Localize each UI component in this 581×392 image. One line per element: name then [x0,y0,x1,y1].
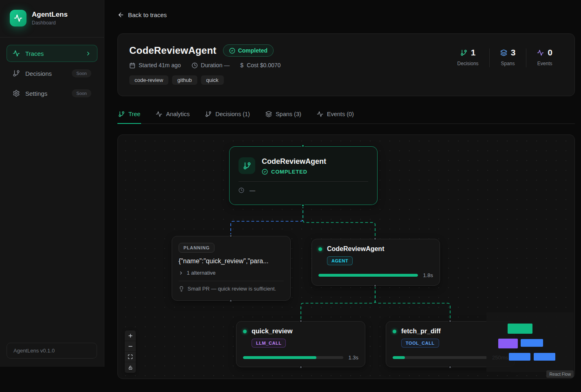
tab-spans[interactable]: Spans (3) [265,106,302,124]
span-kind-badge: TOOL_CALL [401,339,439,348]
chevron-right-icon [179,271,183,275]
main-content: Back to traces CodeReviewAgent Completed… [104,0,581,18]
app-version: AgentLens v0.1.0 [7,343,97,359]
nav-label: Settings [25,90,47,97]
duration-bar-track [243,356,343,359]
sidebar-nav: Traces Decisions Soon Settings Soon [0,37,104,109]
stat-spans: 3 Spans [490,48,526,66]
unlock-icon [128,365,133,370]
span-duration: 1.3s [348,355,358,361]
stat-decisions: 1 Decisions [447,48,489,66]
minimap-node-decision [498,339,518,348]
decision-content: {"name":"quick_review","para... [179,258,284,265]
node-handle[interactable] [301,204,305,207]
node-title: CodeReviewAgent [262,157,326,166]
check-circle-icon [262,169,268,175]
calendar-icon [129,62,135,68]
activity-icon [156,111,162,117]
agent-icon-box [239,157,255,174]
arrow-left-icon [117,11,124,18]
status-badge: Completed [223,44,274,57]
node-title: CodeReviewAgent [327,245,384,253]
tag: quick [201,75,224,85]
span-duration: 1.8s [423,272,433,278]
duration-bar-fill [393,356,405,359]
trace-meta: Started 41m ago Duration — $ Cost $0.007… [129,62,281,68]
duration-bar-fill [318,274,418,277]
node-handle[interactable] [448,366,452,369]
node-handle[interactable] [299,366,303,369]
minimap-node-root [508,324,532,334]
lock-button[interactable] [125,362,136,373]
node-status: COMPLETED [262,169,326,175]
minimap-node-agent [521,339,543,347]
fit-view-icon [128,354,133,359]
dollar-icon: $ [240,62,243,68]
git-branch-icon [205,111,212,117]
layers-icon [265,111,272,117]
layers-icon [500,49,507,56]
decision-type-badge: PLANNING [179,243,214,253]
tab-analytics[interactable]: Analytics [155,106,190,124]
status-dot [393,330,396,333]
flow-minimap[interactable] [486,312,574,372]
sidebar-item-settings[interactable]: Settings Soon [7,85,97,102]
brand: AgentLens Dashboard [0,0,104,37]
sidebar-item-traces[interactable]: Traces [7,45,97,62]
plus-icon [128,333,133,339]
node-title: fetch_pr_diff [401,328,441,335]
node-handle[interactable] [373,237,377,240]
flow-node-decision[interactable]: PLANNING {"name":"quick_review","para...… [172,236,291,301]
git-branch-icon [118,111,125,117]
zoom-out-button[interactable] [125,341,136,352]
duration-bar-fill [243,356,316,359]
node-title: quick_review [252,328,293,335]
node-divider [179,281,284,281]
alternatives-toggle[interactable]: 1 alternative [179,270,284,276]
sidebar-item-decisions[interactable]: Decisions Soon [7,65,97,82]
node-duration: — [250,187,255,194]
cost-meta: $ Cost $0.0070 [240,62,281,68]
decision-rationale: Small PR — quick review is sufficient. [179,286,284,292]
flow-node-llm-span[interactable]: quick_review LLM_CALL 1.3s [236,321,365,367]
activity-icon [13,50,20,57]
soon-badge: Soon [72,69,91,77]
node-handle[interactable] [448,319,452,323]
node-handle[interactable] [229,299,232,302]
flow-canvas[interactable]: CodeReviewAgent COMPLETED — PLANNING {"n… [117,134,575,379]
node-handle[interactable] [229,234,232,238]
tab-tree[interactable]: Tree [117,106,141,124]
node-handle[interactable] [301,144,305,148]
sidebar: AgentLens Dashboard Traces Decisions Soo… [0,0,104,367]
react-flow-attribution[interactable]: React Flow [546,370,574,378]
duration-bar-track [393,356,487,359]
stat-events: 0 Events [526,48,563,66]
tab-events[interactable]: Events (0) [316,106,355,124]
minimap-node-tool [534,353,555,361]
zoom-in-button[interactable] [125,330,136,341]
flow-node-root-agent[interactable]: CodeReviewAgent COMPLETED — [229,146,378,205]
chevron-right-icon [85,51,91,57]
duration-bar-track [318,274,418,277]
fit-view-button[interactable] [125,352,136,362]
status-dot [318,247,322,251]
clock-icon [192,62,198,68]
tab-decisions[interactable]: Decisions (1) [204,106,251,124]
tab-bar: Tree Analytics Decisions (1) Spans (3) E… [117,106,575,124]
app-logo [10,10,27,26]
flow-node-agent-span[interactable]: CodeReviewAgent AGENT 1.8s [311,239,440,286]
activity-icon [537,49,544,56]
trace-stats: 1 Decisions 3 Spans 0 Events [447,48,563,85]
status-dot [243,330,247,333]
node-handle[interactable] [299,319,303,323]
lightbulb-icon [179,286,184,292]
back-to-traces-link[interactable]: Back to traces [117,11,167,18]
minus-icon [128,344,133,349]
activity-icon [317,111,323,117]
node-handle[interactable] [373,284,377,287]
tag: code-review [129,75,168,85]
trace-title: CodeReviewAgent [129,45,216,56]
git-branch-icon [243,162,251,170]
flow-controls [125,330,136,373]
span-kind-badge: AGENT [327,256,353,265]
